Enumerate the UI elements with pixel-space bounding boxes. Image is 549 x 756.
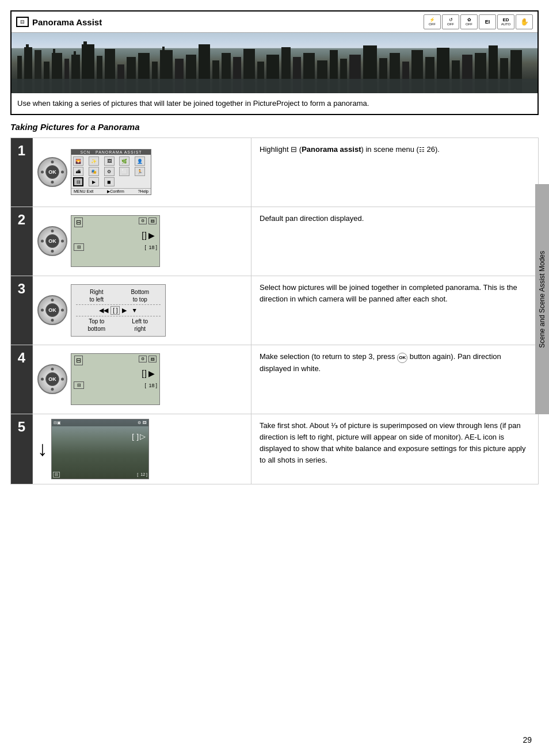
step-2-left: OK ⊟ ⚙ 🖼 [33,207,251,276]
svg-rect-19 [162,47,165,51]
menu-label: MENU Exit [74,189,93,194]
top-icons-bar: ⚡ OFF ↺ OFF ✿ OFF EI ED AUTO [424,14,533,29]
arrow-down-sym: ▼ [131,307,137,314]
scene-icon-12: ▶ [89,177,99,186]
pd-right-to-left: Rightto left [76,288,117,303]
step-4-row: 4 OK ⊟ ⚙ [11,345,538,414]
lcd-2-mid: [ ] ▶ [71,227,159,243]
step-4-lcd: ⊟ ⚙ 🖼 [ ] ▶ [71,353,160,405]
ok-dot-bot-3 [51,319,54,322]
lcd-panorama-icon: ⊟ [74,217,83,227]
panorama-assist-header: ⊟ Panorama Assist ⚡ OFF ↺ OFF ✿ OFF EI [12,12,537,33]
ei-symbol: EI [485,19,490,25]
vf-right-arrow: ▷ [140,432,146,441]
svg-rect-9 [74,51,76,55]
step-4-ok-button: OK [37,364,67,394]
step-2-text: Default pan direction displayed. [260,214,364,223]
panorama-icon: ⊟ [16,17,29,27]
vf-bracket-display: [ ] [132,432,139,441]
step-5-viewfinder: ⊟▣ ⚙ 🖼 [ ] ▷ [51,419,149,479]
bracket-sym2-4: ] [155,383,157,388]
section-title: Taking Pictures for a Panorama [10,122,539,132]
scene-icon-10: 🏃 [135,167,145,176]
arrow-right-sym: ▶ [122,307,127,314]
step-5-row: 5 ↓ ⊟▣ ⚙ 🖼 [11,414,538,484]
icon-ae-off: ↺ OFF [442,14,459,29]
help-label: ?Help [138,189,148,194]
step-2-lcd: ⊟ ⚙ 🖼 [ ] ▶ [71,215,160,267]
lcd-icon-gear: ⚙ [139,217,147,224]
svg-rect-6 [53,49,55,54]
ok-label-4: OK [45,372,59,386]
step-3-right: Select how pictures will be joined toget… [251,276,538,345]
step-5-left: ↓ ⊟▣ ⚙ 🖼 [ [33,414,251,484]
vf-bracket-l: [ [137,472,138,476]
scene-icon-3: 🖼 [104,156,115,166]
scene-icon-1: 🌄 [73,156,83,166]
scene-menu: SCN PANORAMA ASSIST 🌄 ✨ 🖼 🌿 👤 🏙 🎭 ⚙ ⬜ � [71,149,151,195]
step-2-right: Default pan direction displayed. [251,207,538,276]
step-2-row: 2 OK ⊟ ⚙ [11,207,538,276]
vf-gear-icon: ⚙ [138,421,141,425]
vf-frame-num: 12 [139,472,145,476]
lcd4-top-right-icons: ⚙ 🖼 [139,356,157,362]
ok-dot-bot-2 [51,250,54,253]
ok-inline-icon: OK [397,353,407,363]
ok-dot-right-2 [61,240,64,243]
lcd-4-bot: ⊟ [ 18 ] [71,381,159,391]
panorama-assist-title: Panorama Assist [32,17,102,27]
vf-bracket-open: [ [132,432,134,441]
svg-rect-2 [26,44,29,47]
vf-bot-icon: ⊟ [53,472,60,478]
ok-dot-left-2 [41,240,44,243]
city-skyline-svg [12,33,537,93]
pd-bottom-to-top: Bottomto top [120,288,161,303]
step-1-right: Highlight ⊟ (Panorama assist) in scene m… [251,138,538,207]
scene-icon-9: ⬜ [119,167,129,176]
step-5-text: Take first shot. About ¹⁄₃ of picture is… [260,421,526,464]
vf-header: ⊟▣ ⚙ 🖼 [52,419,148,426]
svg-rect-11 [83,41,87,45]
scene-menu-icons: 🌄 ✨ 🖼 🌿 👤 🏙 🎭 ⚙ ⬜ 🏃 ⊟ ▶ ◼ [71,155,151,188]
bracket-close: ] [144,231,147,240]
pd-top-to-bottom: Top tobottom [76,318,117,333]
vf-bracket-r: ] [146,472,147,476]
bracket-indicator-mid: [ ] [110,306,120,315]
step-3-number: 3 [11,276,33,345]
steps-wrapper: 1 OK SCN PANORAMA ASSIST [10,138,539,484]
lcd4-frame-count: [ 18 ] [144,381,157,389]
vf-bracket-close: ] [135,432,139,441]
bracket-sym-4: [ [144,383,146,388]
page-container: ⊟ Panorama Assist ⚡ OFF ↺ OFF ✿ OFF EI [0,0,549,756]
scene-icon-5: 👤 [135,156,145,166]
icon-ei: EI [479,14,496,29]
step-5-body: ↓ ⊟▣ ⚙ 🖼 [ [33,414,538,484]
step-4-right: Make selection (to return to step 3, pre… [251,345,538,414]
vf-mid: [ ] ▷ [52,426,148,441]
pan-direction-diagram: Rightto left Bottomto top ◀◀ [ ] ▶ ▼ Top… [71,284,166,337]
svg-rect-49 [12,79,537,93]
frame-number: 18 [147,245,155,250]
scene-icon-2: ✨ [89,156,99,166]
down-arrow-icon: ↓ [37,438,48,459]
pan-direction-indicator-4: [ ] ▶ [142,369,155,378]
scene-icon-6: 🏙 [73,167,83,176]
ok-dot-top-2 [51,230,54,232]
step-2-ok-button: OK [37,226,67,256]
icon-wb-off: ✿ OFF [460,14,478,29]
scene-icon-13: ◼ [104,177,115,186]
icon-ed-auto: ED AUTO [497,14,514,29]
scene-icon-panorama: ⊟ [73,177,83,186]
arrow-right: ▶ [148,231,155,240]
lcd-bot-icon: ⊟ [74,243,84,251]
ok-dot-right [61,171,64,174]
step-4-left: OK ⊟ ⚙ 🖼 [33,345,251,414]
hand-symbol: ✋ [520,18,529,26]
step-1-body: OK SCN PANORAMA ASSIST 🌄 ✨ 🖼 [33,138,538,207]
lcd-4-top: ⊟ ⚙ 🖼 [71,354,159,365]
scene-menu-title: SCN PANORAMA ASSIST [71,150,151,155]
vf-frame-count: [ 12 ] [137,472,147,478]
lcd-4-mid: [ ] ▶ [71,365,159,381]
step-4-text: Make selection (to return to step 3, pre… [260,352,501,373]
step-3-ok-button: OK [37,295,67,325]
